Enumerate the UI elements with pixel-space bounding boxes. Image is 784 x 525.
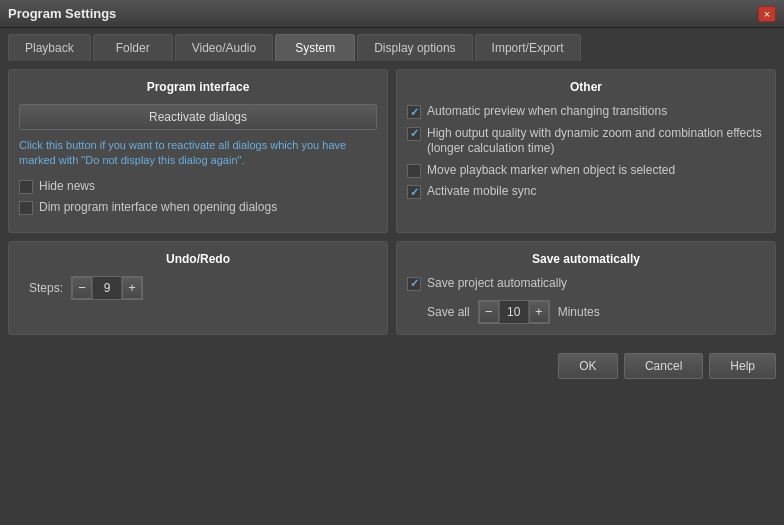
other-checkbox-2[interactable]: [407, 164, 421, 178]
other-checkbox-row-1[interactable]: High output quality with dynamic zoom an…: [407, 126, 765, 157]
tab-video-audio[interactable]: Video/Audio: [175, 34, 274, 61]
save-automatically-panel: Save automatically Save project automati…: [396, 241, 776, 335]
steps-value-input[interactable]: [92, 277, 122, 299]
reactivate-dialogs-button[interactable]: Reactivate dialogs: [19, 104, 377, 130]
other-checkbox-label-0: Automatic preview when changing transiti…: [427, 104, 667, 120]
program-interface-title: Program interface: [19, 80, 377, 94]
other-checkbox-3[interactable]: [407, 185, 421, 199]
close-button[interactable]: ×: [758, 6, 776, 22]
title-bar-text: Program Settings: [8, 6, 116, 21]
tab-playback[interactable]: Playback: [8, 34, 91, 61]
tabs-row: PlaybackFolderVideo/AudioSystemDisplay o…: [0, 28, 784, 61]
steps-label: Steps:: [29, 281, 63, 295]
ok-button[interactable]: OK: [558, 353, 618, 379]
program-checkbox-0[interactable]: [19, 180, 33, 194]
hint-quote: "Do not display this dialog again": [81, 154, 241, 166]
steps-stepper: − +: [71, 276, 143, 300]
save-all-label: Save all: [427, 305, 470, 319]
steps-row: Steps: − +: [19, 276, 377, 300]
other-checkbox-row-3[interactable]: Activate mobile sync: [407, 184, 765, 200]
hint-part2: .: [241, 154, 244, 166]
program-checkbox-label-0: Hide news: [39, 179, 95, 195]
main-content: Program interface Reactivate dialogs Cli…: [0, 61, 784, 343]
minutes-label: Minutes: [558, 305, 600, 319]
cancel-button[interactable]: Cancel: [624, 353, 703, 379]
footer: OK Cancel Help: [0, 347, 784, 385]
tab-system[interactable]: System: [275, 34, 355, 61]
other-checkbox-0[interactable]: [407, 105, 421, 119]
tab-display-options[interactable]: Display options: [357, 34, 472, 61]
save-all-decrement-button[interactable]: −: [479, 301, 499, 323]
program-interface-panel: Program interface Reactivate dialogs Cli…: [8, 69, 388, 233]
other-checkbox-label-3: Activate mobile sync: [427, 184, 536, 200]
save-all-increment-button[interactable]: +: [529, 301, 549, 323]
other-checkbox-label-2: Move playback marker when object is sele…: [427, 163, 675, 179]
program-checkbox-1[interactable]: [19, 201, 33, 215]
undo-redo-title: Undo/Redo: [19, 252, 377, 266]
tab-folder[interactable]: Folder: [93, 34, 173, 61]
other-checkbox-row-0[interactable]: Automatic preview when changing transiti…: [407, 104, 765, 120]
save-all-stepper: − +: [478, 300, 550, 324]
help-button[interactable]: Help: [709, 353, 776, 379]
program-checkbox-label-1: Dim program interface when opening dialo…: [39, 200, 277, 216]
top-panels: Program interface Reactivate dialogs Cli…: [8, 69, 776, 233]
title-bar: Program Settings ×: [0, 0, 784, 28]
other-title: Other: [407, 80, 765, 94]
program-checkbox-row-1[interactable]: Dim program interface when opening dialo…: [19, 200, 377, 216]
save-project-row[interactable]: Save project automatically: [407, 276, 765, 292]
save-all-row: Save all − + Minutes: [407, 300, 765, 324]
save-project-checkbox[interactable]: [407, 277, 421, 291]
save-automatically-title: Save automatically: [407, 252, 765, 266]
other-checkbox-row-2[interactable]: Move playback marker when object is sele…: [407, 163, 765, 179]
save-project-label: Save project automatically: [427, 276, 567, 292]
hint-text: Click this button if you want to reactiv…: [19, 138, 377, 169]
steps-decrement-button[interactable]: −: [72, 277, 92, 299]
program-checkbox-row-0[interactable]: Hide news: [19, 179, 377, 195]
save-all-value-input[interactable]: [499, 301, 529, 323]
other-panel: Other Automatic preview when changing tr…: [396, 69, 776, 233]
other-checkbox-1[interactable]: [407, 127, 421, 141]
other-checkbox-label-1: High output quality with dynamic zoom an…: [427, 126, 765, 157]
undo-redo-panel: Undo/Redo Steps: − +: [8, 241, 388, 335]
steps-increment-button[interactable]: +: [122, 277, 142, 299]
tab-import-export[interactable]: Import/Export: [475, 34, 581, 61]
bottom-panels: Undo/Redo Steps: − + Save automatically …: [8, 241, 776, 335]
